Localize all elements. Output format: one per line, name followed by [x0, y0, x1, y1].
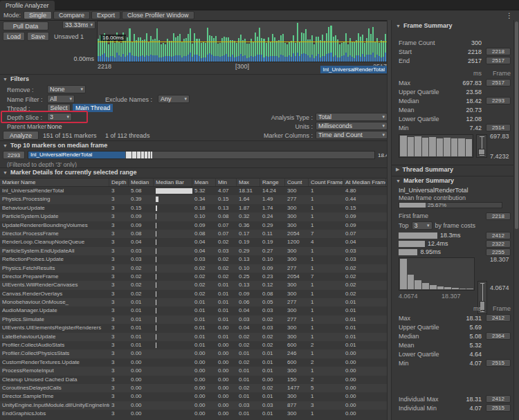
- units-dropdown[interactable]: Milliseconds ▾: [316, 122, 388, 130]
- filters-header[interactable]: ▼ Filters: [3, 75, 29, 82]
- column-header[interactable]: Count: [285, 179, 309, 186]
- scrollbar-thumb[interactable]: [515, 21, 518, 229]
- column-header[interactable]: Range: [260, 179, 285, 186]
- analyze-button[interactable]: Analyze: [3, 131, 39, 140]
- frame-button[interactable]: 2514: [486, 124, 511, 131]
- analysis-type-dropdown[interactable]: Total ▾: [316, 113, 388, 121]
- table-row[interactable]: Monobehaviour.OnMouse_30.010.010.010.060…: [0, 298, 387, 307]
- column-header[interactable]: Median Bar: [154, 179, 192, 186]
- column-header[interactable]: At Median Frame: [343, 179, 386, 186]
- top10-header[interactable]: ▼ Top 10 markers on median frame: [3, 142, 107, 149]
- table-cell: 0.00: [129, 358, 154, 367]
- table-cell: 300: [285, 324, 309, 332]
- panel-splitter[interactable]: [387, 20, 392, 420]
- table-row[interactable]: UIEvents.WillRenderCanvases30.020.020.01…: [0, 281, 387, 289]
- selected-marker-chip[interactable]: Inl_UniversalRenderTotal: [320, 66, 388, 73]
- table-cell: 0.00: [192, 410, 216, 418]
- frame-button[interactable]: 2322: [486, 240, 511, 248]
- right-scrollbar[interactable]: [513, 20, 519, 420]
- depth-slice-dropdown[interactable]: 3 ▾: [47, 113, 72, 121]
- column-header[interactable]: Min: [216, 179, 237, 186]
- table-row[interactable]: EndGraphicsJobs30.000.000.000.010.013001…: [0, 410, 387, 418]
- table-row[interactable]: CoroutinesDelayedCalls30.000.000.000.020…: [0, 384, 387, 392]
- first-frame-button[interactable]: 2218: [486, 212, 511, 220]
- table-row[interactable]: Canvas.RenderOverlays30.020.020.010.090.…: [0, 290, 387, 298]
- frame-button[interactable]: 2515: [486, 404, 511, 412]
- column-header[interactable]: Depth: [109, 179, 129, 186]
- graph-scale-dropdown[interactable]: 33.33ms ▾: [62, 21, 95, 29]
- name-filter-dropdown[interactable]: All ▾: [47, 95, 75, 103]
- frame-button[interactable]: 2293: [486, 97, 511, 104]
- mode-compare-button[interactable]: Compare: [53, 11, 90, 19]
- top10-marker-segment[interactable]: [141, 152, 144, 158]
- frame-button[interactable]: 2517: [486, 57, 511, 64]
- table-row[interactable]: Physics.FetchResults30.020.020.020.100.0…: [0, 264, 387, 273]
- table-row[interactable]: Physics.Processing30.390.340.151.641.492…: [0, 195, 387, 203]
- table-row[interactable]: CustomRenderTextures.Update30.000.000.00…: [0, 358, 387, 367]
- top-n-dropdown[interactable]: 3 ▾: [412, 221, 432, 230]
- mode-single-button[interactable]: Single: [24, 11, 52, 19]
- column-header[interactable]: Mean: [192, 179, 216, 186]
- close-profiler-button[interactable]: Close Profiler Window: [122, 11, 194, 19]
- top10-marker-segment[interactable]: [137, 152, 140, 158]
- frame-button[interactable]: 2412: [486, 395, 511, 403]
- table-row[interactable]: BehaviourUpdate30.150.180.131.871.743001…: [0, 204, 387, 212]
- top10-bar[interactable]: Inl_UniversalRenderTotal: [28, 151, 375, 159]
- table-row[interactable]: Profiler.CollectPhysicsStats30.000.000.0…: [0, 349, 387, 358]
- table-row[interactable]: UnityEngine.InputModule.dll!UnityEngineI…: [0, 401, 387, 410]
- frame-time-graph[interactable]: 16.00ms: [97, 21, 388, 62]
- table-row[interactable]: ProcessRemoteInput30.000.000.000.010.013…: [0, 367, 387, 375]
- kebab-menu-icon[interactable]: ⋮: [503, 12, 516, 19]
- table-row[interactable]: UpdateRendererBoundingVolumes30.090.090.…: [0, 221, 387, 230]
- table-row[interactable]: AudioManager.Update30.010.010.010.040.03…: [0, 307, 387, 315]
- table-row[interactable]: Cleanup Unused Cached Data30.000.000.000…: [0, 376, 387, 384]
- frame-button[interactable]: 2364: [486, 332, 511, 340]
- tab-profile-analyzer[interactable]: Profile Analyzer: [0, 1, 55, 10]
- save-button[interactable]: Save: [27, 32, 49, 41]
- thread-value-chip[interactable]: Main Thread: [73, 104, 113, 112]
- frame-summary-header[interactable]: ▼ Frame Summary: [396, 22, 452, 29]
- table-cell: 0.07: [216, 221, 237, 230]
- table-row[interactable]: RenderLoop.CleanupNodeQueue30.040.040.02…: [0, 238, 387, 246]
- median-bar-cell: [154, 392, 192, 401]
- top10-marker-segment[interactable]: [132, 152, 136, 158]
- table-row[interactable]: Director.PrepareFrame30.020.020.020.250.…: [0, 273, 387, 281]
- frame-button[interactable]: 2412: [486, 314, 511, 322]
- table-row[interactable]: Director.SampleTime30.000.000.000.010.01…: [0, 392, 387, 401]
- table-row[interactable]: UIEvents.UIElementsRegisterRenderers30.0…: [0, 324, 387, 332]
- thread-select-button[interactable]: Select: [47, 104, 71, 112]
- thread-summary-header[interactable]: ▶ Thread Summary: [396, 166, 453, 173]
- exclude-names-dropdown[interactable]: Any ▾: [158, 95, 190, 103]
- remove-dropdown[interactable]: None ▾: [47, 85, 86, 93]
- frame-button[interactable]: 2515: [486, 359, 511, 367]
- pull-data-button[interactable]: Pull Data: [3, 21, 48, 30]
- frame-button[interactable]: 2517: [486, 79, 511, 86]
- column-header[interactable]: Median: [129, 179, 154, 186]
- table-row[interactable]: LateBehaviourUpdate30.010.010.010.020.02…: [0, 333, 387, 341]
- marker-columns-dropdown[interactable]: Time and Count ▾: [316, 131, 388, 139]
- table-row[interactable]: Profiler.CollectAudioStats30.010.010.000…: [0, 341, 387, 349]
- details-header[interactable]: ▼ Marker Details for currently selected …: [3, 169, 137, 176]
- frame-button[interactable]: 2218: [486, 48, 511, 55]
- top10-selected-segment[interactable]: Inl_UniversalRenderTotal: [28, 152, 125, 158]
- table-row[interactable]: Director.ProcessFrame30.080.080.070.170.…: [0, 230, 387, 238]
- column-header[interactable]: Marker Name: [0, 179, 109, 186]
- frame-button[interactable]: 2255: [486, 248, 511, 256]
- top10-marker-segment[interactable]: [148, 152, 150, 158]
- top10-marker-segment[interactable]: [145, 152, 147, 158]
- load-button[interactable]: Load: [3, 32, 25, 41]
- export-button[interactable]: Export: [91, 11, 120, 19]
- table-row[interactable]: Physics.Simulate30.010.010.010.030.02277…: [0, 316, 387, 324]
- marker-summary-header[interactable]: ▼ Marker Summary: [396, 177, 454, 184]
- frame-button[interactable]: 2412: [486, 232, 511, 239]
- top10-marker-segment[interactable]: [126, 152, 131, 158]
- table-row[interactable]: ParticleSystem.Update30.090.100.080.320.…: [0, 212, 387, 221]
- table-row[interactable]: ReflectionProbes.Update30.030.030.020.13…: [0, 255, 387, 264]
- table-row[interactable]: ParticleSystem.EndUpdateAll30.030.040.03…: [0, 247, 387, 255]
- table-cell: 0.12: [260, 281, 285, 289]
- top10-marker-segment[interactable]: [151, 152, 153, 158]
- column-header[interactable]: Max: [237, 179, 260, 186]
- table-row[interactable]: Inl_UniversalRenderTotal35.085.324.0718.…: [0, 187, 387, 195]
- top10-frame-button[interactable]: 2293: [3, 151, 25, 159]
- column-header[interactable]: Count Frame: [309, 179, 343, 186]
